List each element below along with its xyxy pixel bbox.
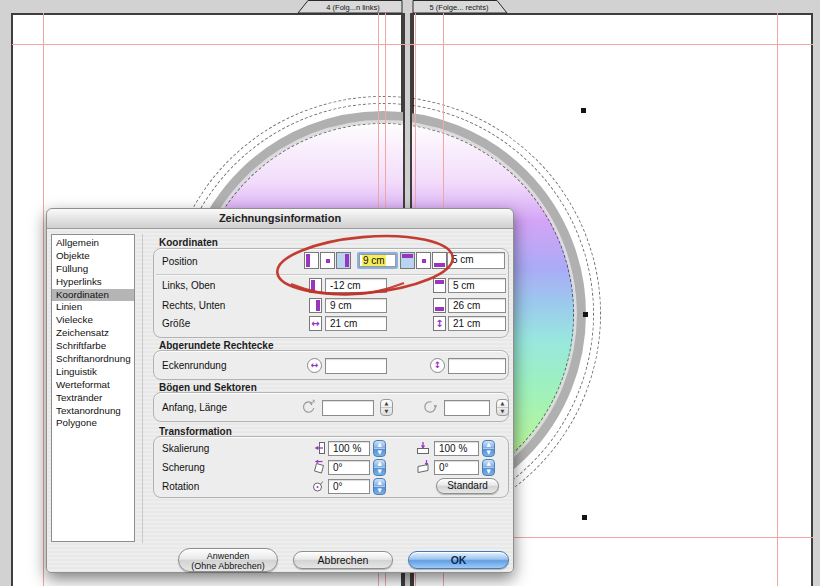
selection-handle[interactable] bbox=[582, 515, 587, 520]
arc-start-field[interactable] bbox=[322, 400, 374, 416]
arc-length-icon[interactable] bbox=[422, 399, 438, 415]
align-top-icon[interactable] bbox=[400, 252, 415, 269]
arc-start-stepper[interactable] bbox=[380, 399, 393, 416]
shear-x-stepper[interactable] bbox=[373, 459, 386, 476]
edge-top-icon[interactable] bbox=[433, 278, 446, 293]
width-field[interactable]: 21 cm bbox=[325, 316, 387, 331]
selection-handle[interactable] bbox=[581, 108, 586, 113]
sidebar-item-fuellung[interactable]: Füllung bbox=[52, 263, 134, 276]
align-bottom-icon[interactable] bbox=[432, 252, 447, 269]
sidebar-item-koordinaten[interactable]: Koordinaten bbox=[52, 289, 134, 302]
sidebar-item-objekte[interactable]: Objekte bbox=[52, 250, 134, 263]
arc-start-icon[interactable] bbox=[300, 399, 316, 415]
scale-v-icon[interactable] bbox=[416, 440, 430, 456]
category-list: Allgemein Objekte Füllung Hyperlinks Koo… bbox=[51, 234, 135, 542]
corner-x-field[interactable] bbox=[325, 358, 387, 374]
group-abgerundete-rechtecke: Eckenrundung bbox=[153, 350, 509, 380]
scale-x-field[interactable]: 100 % bbox=[328, 441, 370, 456]
width-arrow-icon[interactable] bbox=[309, 316, 322, 331]
corner-radius-v-icon[interactable] bbox=[430, 358, 445, 373]
guide-vertical[interactable] bbox=[43, 13, 44, 586]
apply-button-line2: (Ohne Abbrechen) bbox=[179, 561, 277, 571]
sidebar-item-hyperlinks[interactable]: Hyperlinks bbox=[52, 276, 134, 289]
ok-button[interactable]: OK bbox=[408, 551, 509, 569]
position-label: Position bbox=[162, 256, 198, 267]
group-transformation: Skalierung 100 % 100 % Scherung 0° bbox=[153, 436, 509, 498]
position-y-field[interactable]: 5 cm bbox=[447, 252, 505, 269]
apply-button-line1: Anwenden bbox=[179, 551, 277, 561]
height-field[interactable]: 21 cm bbox=[448, 316, 506, 331]
section-label-koordinaten: Koordinaten bbox=[159, 237, 218, 248]
apply-button[interactable]: Anwenden (Ohne Abbrechen) bbox=[178, 548, 278, 572]
rotation-label: Rotation bbox=[162, 481, 199, 492]
align-right-icon[interactable] bbox=[336, 252, 351, 269]
guide-vertical[interactable] bbox=[777, 13, 778, 586]
page-tab-4-label: 4 (Folg...n links) bbox=[326, 3, 380, 12]
page-tab-bar: 4 (Folg...n links) 5 (Folge... rechts) bbox=[290, 0, 520, 14]
top-field[interactable]: 5 cm bbox=[448, 278, 506, 293]
corner-y-field[interactable] bbox=[448, 358, 506, 374]
scale-y-field[interactable]: 100 % bbox=[434, 441, 479, 456]
cancel-button[interactable]: Abbrechen bbox=[293, 551, 393, 569]
scale-x-stepper[interactable] bbox=[373, 440, 386, 457]
sidebar-item-schriftanordnung[interactable]: Schriftanordnung bbox=[52, 353, 134, 366]
sidebar-item-schriftfarbe[interactable]: Schriftfarbe bbox=[52, 340, 134, 353]
group-boegen-und-sektoren: Anfang, Länge bbox=[153, 392, 509, 422]
scale-y-stepper[interactable] bbox=[482, 440, 495, 457]
shear-h-icon[interactable] bbox=[312, 459, 326, 475]
center-v-icon[interactable] bbox=[416, 252, 431, 269]
panel-divider bbox=[142, 234, 143, 543]
corner-radius-h-icon[interactable] bbox=[307, 358, 322, 373]
left-field[interactable]: -12 cm bbox=[325, 278, 387, 293]
edge-bottom-icon[interactable] bbox=[433, 298, 446, 313]
right-field[interactable]: 9 cm bbox=[325, 298, 387, 313]
eckenrundung-label: Eckenrundung bbox=[162, 360, 227, 371]
edge-left-icon[interactable] bbox=[309, 278, 322, 293]
v-align-segmented-control bbox=[400, 252, 447, 269]
arc-length-field[interactable] bbox=[444, 400, 490, 416]
scherung-label: Scherung bbox=[162, 462, 205, 473]
sidebar-item-zeichensatz[interactable]: Zeichensatz bbox=[52, 327, 134, 340]
h-align-segmented-control bbox=[304, 252, 351, 269]
app-canvas: 4 (Folg...n links) 5 (Folge... rechts) Z… bbox=[0, 0, 820, 586]
shear-y-stepper[interactable] bbox=[482, 459, 495, 476]
sidebar-item-werteformat[interactable]: Werteformat bbox=[52, 379, 134, 392]
rotation-icon[interactable] bbox=[311, 478, 325, 494]
rechts-unten-label: Rechts, Unten bbox=[162, 300, 225, 311]
drawing-information-dialog: Zeichnungsinformation Allgemein Objekte … bbox=[46, 208, 514, 573]
groesse-label: Größe bbox=[162, 318, 190, 329]
dialog-title: Zeichnungsinformation bbox=[47, 209, 513, 229]
sidebar-item-allgemein[interactable]: Allgemein bbox=[52, 237, 134, 250]
anfang-laenge-label: Anfang, Länge bbox=[162, 402, 227, 413]
rotation-field[interactable]: 0° bbox=[328, 479, 370, 494]
shear-y-field[interactable]: 0° bbox=[434, 460, 479, 475]
sidebar-item-textraender[interactable]: Textränder bbox=[52, 392, 134, 405]
group-koordinaten: Position 9 cm 5 cm Links, Oben -12 cm 5 … bbox=[153, 248, 509, 338]
guide-horizontal[interactable] bbox=[12, 44, 813, 45]
scale-h-icon[interactable] bbox=[312, 440, 326, 456]
selection-handle[interactable] bbox=[583, 312, 588, 317]
rotation-stepper[interactable] bbox=[373, 478, 386, 495]
sidebar-item-polygone[interactable]: Polygone bbox=[52, 417, 134, 430]
align-left-icon[interactable] bbox=[304, 252, 319, 269]
arc-length-stepper[interactable] bbox=[496, 399, 509, 416]
standard-button[interactable]: Standard bbox=[436, 478, 499, 494]
sidebar-item-linien[interactable]: Linien bbox=[52, 301, 134, 314]
shear-v-icon[interactable] bbox=[416, 459, 430, 475]
height-arrow-icon[interactable] bbox=[433, 316, 446, 331]
links-oben-label: Links, Oben bbox=[162, 280, 215, 291]
sidebar-item-linguistik[interactable]: Linguistik bbox=[52, 366, 134, 379]
bottom-field[interactable]: 26 cm bbox=[448, 298, 506, 313]
position-x-field[interactable]: 9 cm bbox=[357, 252, 398, 269]
skalierung-label: Skalierung bbox=[162, 443, 209, 454]
page-tab-5-label: 5 (Folge... rechts) bbox=[430, 3, 489, 12]
sidebar-item-textanordnung[interactable]: Textanordnung bbox=[52, 405, 134, 418]
center-h-icon[interactable] bbox=[320, 252, 335, 269]
edge-right-icon[interactable] bbox=[309, 298, 322, 313]
sidebar-item-vielecke[interactable]: Vielecke bbox=[52, 314, 134, 327]
shear-x-field[interactable]: 0° bbox=[328, 460, 370, 475]
